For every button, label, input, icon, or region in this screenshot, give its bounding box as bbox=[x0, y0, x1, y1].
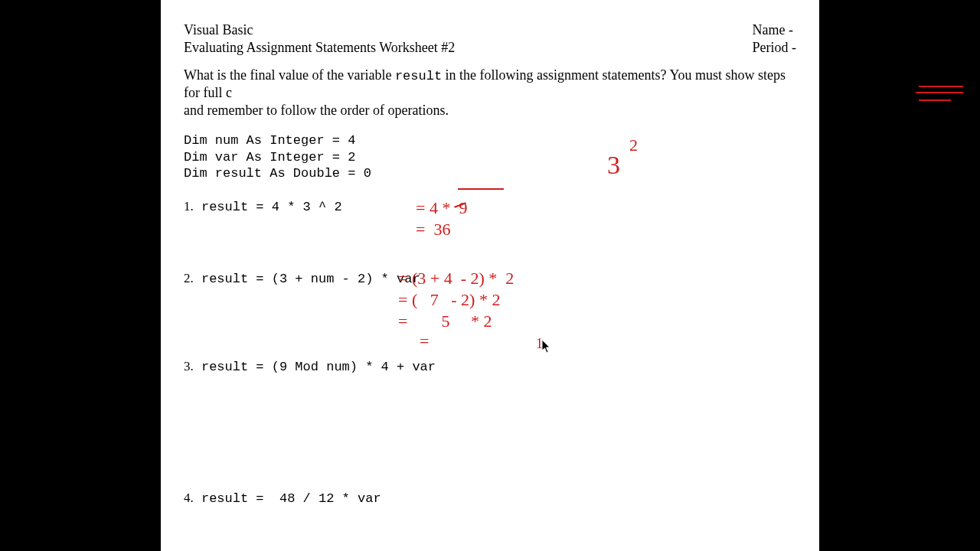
worksheet-page: Visual Basic Evaluating Assignment State… bbox=[161, 0, 819, 551]
problem-3-expr: result = (9 Mod num) * 4 + var bbox=[201, 360, 436, 374]
problem-4-number: 4. bbox=[184, 491, 194, 505]
decl-2: Dim var As Integer = 2 bbox=[184, 150, 355, 165]
header-right: Name - Period - bbox=[753, 21, 797, 56]
annotation-scribble bbox=[919, 86, 963, 87]
worksheet-title: Evaluating Assignment Statements Workshe… bbox=[184, 39, 455, 57]
problem-2-expr: result = (3 + num - 2) * var bbox=[201, 272, 420, 286]
problem-4-expr: result = 48 / 12 * var bbox=[201, 491, 381, 506]
decl-3: Dim result As Double = 0 bbox=[184, 166, 371, 181]
header-left: Visual Basic Evaluating Assignment State… bbox=[184, 21, 455, 56]
problem-2-number: 2. bbox=[184, 271, 194, 285]
question-var: result bbox=[395, 69, 442, 83]
problem-4: 4. result = 48 / 12 * var bbox=[184, 490, 796, 507]
question-line2: and remember to follow the order of oper… bbox=[184, 103, 449, 118]
period-label: Period - bbox=[753, 39, 797, 57]
problem-3: 3. result = (9 Mod num) * 4 + var bbox=[184, 358, 796, 375]
annotation-scribble bbox=[919, 99, 951, 101]
worksheet-header: Visual Basic Evaluating Assignment State… bbox=[184, 21, 796, 56]
decl-1: Dim num As Integer = 4 bbox=[184, 133, 355, 148]
problem-1-expr: result = 4 * 3 ^ 2 bbox=[201, 200, 342, 214]
annotation-scribble bbox=[916, 92, 963, 93]
problem-3-number: 3. bbox=[184, 359, 194, 373]
declarations-block: Dim num As Integer = 4 Dim var As Intege… bbox=[184, 132, 796, 181]
problem-1: 1. result = 4 * 3 ^ 2 bbox=[184, 198, 796, 215]
name-label: Name - bbox=[753, 21, 797, 39]
question-pre: What is the final value of the variable bbox=[184, 67, 395, 83]
problem-1-number: 1. bbox=[184, 199, 194, 214]
problem-2: 2. result = (3 + num - 2) * var bbox=[184, 270, 796, 287]
course-name: Visual Basic bbox=[184, 21, 455, 39]
question-text: What is the final value of the variable … bbox=[184, 67, 796, 119]
